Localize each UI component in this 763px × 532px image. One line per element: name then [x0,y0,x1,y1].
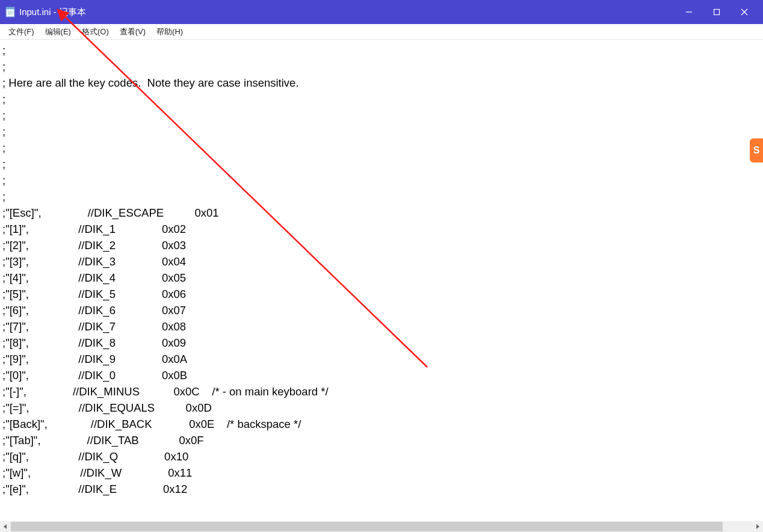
window-title: Input.ini - 记事本 [19,7,86,18]
titlebar: Input.ini - 记事本 [0,0,763,24]
titlebar-left: Input.ini - 记事本 [5,7,86,18]
editor-area[interactable]: ; ; ; Here are all the key codes. Note t… [0,40,763,521]
svg-rect-1 [6,7,14,9]
menu-format[interactable]: 格式(O) [77,25,114,39]
menu-file[interactable]: 文件(F) [4,25,39,39]
maximize-button[interactable] [703,0,731,24]
file-content[interactable]: ; ; ; Here are all the key codes. Note t… [0,40,763,500]
svg-marker-9 [4,524,7,529]
notepad-icon [5,7,16,17]
horizontal-scrollbar[interactable] [0,521,763,532]
menu-help[interactable]: 帮助(H) [152,25,188,39]
side-badge[interactable]: S [750,138,763,162]
svg-rect-6 [714,10,720,15]
menubar: 文件(F) 编辑(E) 格式(O) 查看(V) 帮助(H) [0,24,763,40]
scroll-left-arrow-icon[interactable] [0,521,11,532]
svg-marker-10 [756,524,759,529]
minimize-button[interactable] [675,0,703,24]
scroll-thumb[interactable] [11,522,723,531]
scroll-track[interactable] [11,521,752,532]
window-controls [675,0,758,24]
menu-view[interactable]: 查看(V) [115,25,150,39]
scroll-right-arrow-icon[interactable] [752,521,763,532]
side-badge-label: S [753,145,760,156]
menu-edit[interactable]: 编辑(E) [40,25,76,39]
close-button[interactable] [731,0,758,24]
